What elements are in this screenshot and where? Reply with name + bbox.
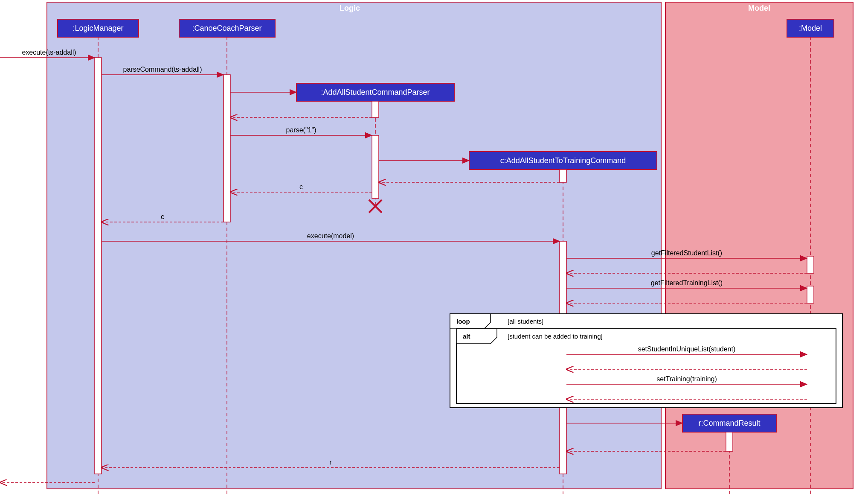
msg-return-r-label: r	[329, 459, 332, 466]
addallparser-activation2	[372, 135, 379, 199]
addallcommand-activation1	[560, 170, 566, 182]
loop-frame-label: loop	[456, 318, 470, 325]
msg-settraining-label: setTraining(training)	[656, 375, 717, 383]
addallparser-label: :AddAllStudentCommandParser	[321, 88, 430, 96]
model-activation2	[807, 286, 814, 303]
sequence-diagram: Logic Model :LogicManager :CanoeCoachPar…	[0, 0, 868, 494]
msg-parsecommand-label: parseCommand(ts-addall)	[123, 66, 202, 73]
msg-execute-tsaddall-label: execute(ts-addall)	[22, 49, 76, 56]
canoecoachparser-label: :CanoeCoachParser	[192, 24, 261, 32]
msg-setstudent-label: setStudentInUniqueList(student)	[638, 345, 736, 353]
logicmanager-label: :LogicManager	[73, 24, 123, 32]
model-region-label: Model	[748, 4, 770, 12]
alt-frame	[456, 329, 836, 403]
msg-return-c2-label: c	[161, 213, 164, 220]
msg-getfilteredstudentlist-label: getFilteredStudentList()	[651, 249, 722, 257]
logic-region	[47, 2, 661, 489]
msg-getfilteredtraininglist-label: getFilteredTrainingList()	[651, 279, 723, 286]
model-label: :Model	[799, 24, 822, 32]
commandresult-label: r:CommandResult	[698, 419, 760, 427]
logic-region-label: Logic	[340, 4, 360, 12]
addallcommand-label: c:AddAllStudentToTrainingCommand	[500, 156, 626, 165]
commandresult-activation	[726, 432, 733, 451]
msg-parse1-label: parse("1")	[286, 126, 316, 134]
msg-execute-model-label: execute(model)	[307, 232, 354, 240]
addallparser-activation1	[372, 101, 379, 117]
alt-frame-label: alt	[463, 333, 470, 340]
loop-frame-guard: [all students]	[508, 318, 543, 325]
canoecoachparser-activation	[224, 75, 230, 222]
msg-return-c-label: c	[299, 183, 303, 190]
logicmanager-activation	[95, 58, 102, 474]
model-activation1	[807, 256, 814, 273]
alt-frame-guard: [student can be added to training]	[508, 333, 603, 340]
